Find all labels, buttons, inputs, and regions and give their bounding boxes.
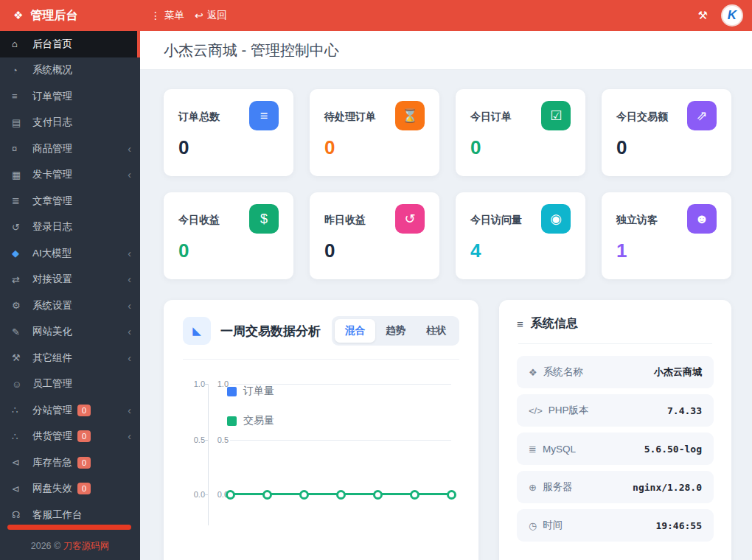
brand: ❖ 管理后台 — [0, 8, 140, 24]
legend-item[interactable]: 交易量 — [227, 414, 274, 427]
sidebar-item-label: 订单管理 — [32, 90, 72, 103]
legend-swatch-icon — [227, 416, 237, 426]
data-point-marker[interactable] — [299, 490, 309, 500]
chart-mode-tab[interactable]: 混合 — [335, 319, 375, 343]
count-badge: 0 — [77, 457, 91, 469]
stat-card: 待处理订单 ⌛ 0 — [310, 89, 439, 176]
menu-dots-icon: ⋮ — [150, 10, 161, 21]
sidebar-item-label: 供货管理 — [32, 430, 72, 443]
stat-label: 订单总数 — [178, 111, 220, 124]
system-info-label: MySQL — [543, 444, 576, 455]
sidebar: ⌂ 后台首页 ◔ 系统概况 ≡ 订单管理 ▤ 支付日志 ¤ — [0, 31, 140, 560]
sidebar-item[interactable]: ▦ 发卡管理 ‹ — [0, 162, 140, 189]
data-point-marker[interactable] — [447, 490, 456, 500]
cube-icon: ❖ — [13, 9, 23, 22]
headset-icon: ☊ — [12, 509, 28, 520]
database-icon: ≣ — [529, 444, 537, 455]
sidebar-item[interactable]: ✎ 网站美化 ‹ — [0, 319, 140, 346]
back-button[interactable]: ↩ 返回 — [195, 9, 227, 22]
wrench-icon[interactable]: ⚒ — [698, 9, 708, 22]
page-header: 小杰云商城 - 管理控制中心 — [140, 31, 752, 70]
count-badge: 0 — [77, 405, 91, 416]
stat-label: 今日访问量 — [470, 214, 522, 227]
count-badge: 0 — [77, 483, 91, 494]
system-info-value: nginx/1.28.0 — [633, 482, 702, 493]
sidebar-item[interactable]: ⚒ 其它组件 ‹ — [0, 345, 140, 371]
sidebar-item[interactable]: ⊲ 库存告急 0 — [0, 449, 140, 476]
area-chart-icon: ◣ — [183, 317, 211, 345]
ai-icon: ◆ — [12, 248, 28, 259]
sidebar-item[interactable]: ◔ 系统概况 — [0, 57, 140, 84]
system-info-row: </> PHP版本 7.4.33 — [517, 394, 714, 427]
stat-label: 今日交易额 — [616, 111, 668, 124]
sidebar-item[interactable]: ≡ 订单管理 — [0, 83, 140, 110]
sidebar-item-label: 网站美化 — [32, 325, 72, 338]
y-axis2-tick-label: 1.0 — [206, 379, 229, 388]
sidebar-item[interactable]: ☺ 员工管理 — [0, 371, 140, 398]
stat-label: 昨日收益 — [324, 214, 366, 227]
stat-label: 今日订单 — [470, 111, 512, 124]
sidebar-nav: ⌂ 后台首页 ◔ 系统概况 ≡ 订单管理 ▤ 支付日志 ¤ — [0, 31, 140, 528]
sidebar-item-label: 商品管理 — [32, 142, 72, 155]
gauge-icon: ◔ — [12, 65, 28, 76]
system-info-label: 时间 — [543, 519, 563, 532]
system-info-value: 5.6.50-log — [644, 444, 702, 455]
sidebar-item[interactable]: ◆ AI大模型 ‹ — [0, 240, 140, 267]
chart-mode-tab[interactable]: 趋势 — [375, 319, 416, 343]
grid-line — [230, 384, 451, 385]
sidebar-scrollbar[interactable] — [7, 525, 131, 530]
sidebar-item[interactable]: ¤ 商品管理 ‹ — [0, 136, 140, 162]
legend-item[interactable]: 订单量 — [227, 385, 274, 398]
sidebar-item[interactable]: ⇄ 对接设置 ‹ — [0, 267, 140, 293]
users-icon: ☻ — [687, 204, 717, 234]
page-title: 小杰云商城 - 管理控制中心 — [164, 41, 339, 60]
history-icon: ↺ — [12, 222, 28, 233]
sidebar-item[interactable]: ⊲ 网盘失效 0 — [0, 476, 140, 503]
sidebar-item-label: 对接设置 — [32, 273, 72, 286]
sidebar-footer: 2026 © 刀客源码网 — [0, 540, 140, 553]
list-lines-icon: ≡ — [517, 318, 523, 330]
stat-card: 今日订单 ☑ 0 — [456, 89, 585, 176]
chevron-left-icon: ‹ — [128, 169, 131, 181]
stat-card: 独立访客 ☻ 1 — [602, 192, 731, 279]
data-point-marker[interactable] — [336, 490, 346, 500]
chevron-left-icon: ‹ — [128, 300, 131, 312]
globe-icon: ⊕ — [529, 482, 537, 493]
sidebar-item-label: AI大模型 — [32, 247, 72, 260]
chevron-left-icon: ‹ — [128, 273, 131, 285]
sidebar-item-label: 后台首页 — [32, 38, 72, 51]
sidebar-item[interactable]: ▤ 支付日志 — [0, 110, 140, 136]
menu-button[interactable]: ⋮ 菜单 — [150, 9, 184, 22]
system-info-label: 系统名称 — [543, 365, 583, 379]
back-label: 返回 — [207, 9, 227, 22]
sidebar-item[interactable]: ⚙ 系统设置 ‹ — [0, 293, 140, 319]
main-content: 小杰云商城 - 管理控制中心 订单总数 ≡ 0 待处理订单 ⌛ 0 今日订单 ☑ — [140, 31, 752, 560]
sidebar-item[interactable]: ≣ 文章管理 — [0, 188, 140, 214]
chart-line-icon: ⇗ — [687, 101, 717, 130]
stat-label: 独立访客 — [616, 214, 658, 227]
sidebar-item[interactable]: ∴ 供货管理 0 ‹ — [0, 424, 140, 450]
sidebar-item-label: 文章管理 — [32, 195, 72, 208]
copyright-link[interactable]: 刀客源码网 — [63, 541, 110, 551]
stat-value: 0 — [178, 239, 279, 262]
clock-icon: ◷ — [529, 520, 537, 531]
data-point-marker[interactable] — [226, 490, 235, 500]
data-point-marker[interactable] — [410, 490, 419, 500]
sidebar-item[interactable]: ↺ 登录日志 — [0, 214, 140, 241]
system-info-label: 服务器 — [543, 480, 573, 494]
system-info-rows: ❖ 系统名称 小杰云商城 </> PHP版本 7.4.33 ≣ — [499, 344, 731, 542]
system-info-row: ⊕ 服务器 nginx/1.28.0 — [517, 471, 714, 503]
sidebar-item[interactable]: ⌂ 后台首页 — [0, 31, 140, 57]
stat-value: 1 — [616, 239, 717, 262]
brush-icon: ✎ — [12, 326, 28, 337]
system-info-row: ❖ 系统名称 小杰云商城 — [517, 356, 714, 388]
system-info-value: 7.4.33 — [667, 405, 702, 416]
stat-card: 今日交易额 ⇗ 0 — [602, 89, 731, 176]
sidebar-item[interactable]: ∴ 分站管理 0 ‹ — [0, 397, 140, 424]
history-icon: ↺ — [395, 204, 425, 234]
site-logo[interactable]: K — [721, 4, 743, 27]
data-point-marker[interactable] — [373, 490, 383, 500]
hourglass-icon: ⌛ — [395, 101, 425, 130]
data-point-marker[interactable] — [262, 490, 272, 500]
chart-mode-tab[interactable]: 柱状 — [416, 319, 456, 343]
